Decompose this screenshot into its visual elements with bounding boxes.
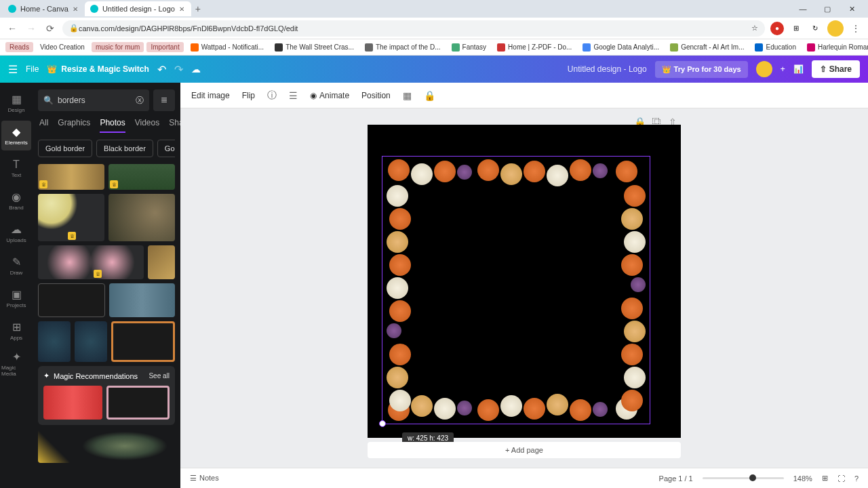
back-button[interactable]: ← (5, 22, 19, 35)
result-thumb[interactable]: ♕ (108, 164, 175, 190)
rail-text[interactable]: TText (1, 153, 31, 183)
browser-tab-active[interactable]: Untitled design - Logo ✕ (85, 1, 191, 16)
fullscreen-icon[interactable]: ⛶ (837, 474, 845, 483)
page-indicator[interactable]: Page 1 / 1 (659, 474, 693, 483)
resize-handle[interactable] (379, 420, 386, 427)
bookmark-item[interactable]: Gencraft - AI Art Im... (666, 42, 748, 53)
result-thumb[interactable] (106, 386, 170, 420)
avatar[interactable] (756, 61, 772, 77)
analytics-icon[interactable]: 📊 (793, 64, 804, 74)
forward-button[interactable]: → (24, 22, 38, 35)
bookmark-item[interactable]: Video Creation (36, 42, 89, 52)
extension-icon[interactable]: ● (770, 22, 784, 35)
bookmark-item[interactable]: music for mum (92, 42, 144, 52)
share-button[interactable]: ⇧Share (812, 60, 860, 78)
design-page[interactable] (368, 125, 681, 438)
rail-elements[interactable]: ◆Elements (1, 121, 31, 150)
history-icon[interactable]: ↻ (808, 22, 822, 35)
selected-element[interactable] (382, 156, 650, 424)
tab-photos[interactable]: Photos (100, 118, 125, 133)
bookmark-item[interactable]: Harlequin Romance... (803, 42, 868, 53)
close-window-button[interactable]: ✕ (844, 2, 860, 16)
try-pro-button[interactable]: 👑Try Pro for 30 days (655, 61, 748, 78)
menu-icon[interactable]: ⋮ (849, 22, 863, 35)
result-thumb[interactable] (108, 194, 175, 241)
rail-apps[interactable]: ⊞Apps (1, 316, 31, 346)
resize-button[interactable]: 👑Resize & Magic Switch (47, 64, 149, 74)
add-member-button[interactable]: + (781, 64, 785, 74)
result-thumb[interactable] (38, 321, 71, 362)
chip-gold-line[interactable]: Gold lin (157, 140, 175, 157)
info-icon[interactable]: ⓘ (267, 89, 277, 102)
profile-avatar[interactable] (827, 20, 844, 37)
redo-button[interactable]: ↷ (174, 63, 183, 76)
grid-view-icon[interactable]: ⊞ (822, 474, 828, 483)
result-thumb[interactable] (43, 386, 102, 420)
filter-button[interactable]: ≡ (153, 89, 175, 111)
bookmark-item[interactable]: Home | Z-PDF - Do... (493, 42, 576, 53)
bookmark-item[interactable]: Google Data Analyti... (578, 42, 663, 53)
result-thumb[interactable] (75, 429, 175, 463)
result-thumb[interactable] (111, 321, 175, 362)
see-all-link[interactable]: See all (149, 372, 170, 380)
rail-brand[interactable]: ◉Brand (1, 186, 31, 216)
result-thumb[interactable] (75, 321, 107, 362)
file-menu[interactable]: File (26, 64, 39, 74)
search-input[interactable]: 🔍 borders ⓧ (38, 89, 149, 111)
help-icon[interactable]: ? (854, 474, 859, 483)
list-icon[interactable]: ☰ (289, 90, 298, 101)
rail-draw[interactable]: ✎Draw (1, 251, 31, 281)
tab-all[interactable]: All (39, 118, 48, 133)
close-icon[interactable]: ✕ (179, 5, 186, 12)
flip-button[interactable]: Flip (242, 91, 255, 100)
result-thumb[interactable] (38, 429, 71, 463)
result-thumb[interactable] (38, 283, 105, 317)
rail-uploads[interactable]: ☁Uploads (1, 218, 31, 248)
result-thumb[interactable] (148, 245, 175, 279)
canvas-viewport[interactable]: 🔒 ⿻ ⇧ (180, 108, 868, 488)
close-icon[interactable]: ✕ (73, 5, 79, 12)
menu-button[interactable]: ☰ (8, 63, 18, 76)
lock-icon[interactable]: 🔒 (424, 90, 435, 101)
reload-button[interactable]: ⟳ (43, 22, 57, 35)
undo-button[interactable]: ↶ (157, 63, 166, 76)
zoom-level[interactable]: 148% (793, 474, 812, 483)
zoom-slider[interactable] (703, 477, 784, 479)
browser-tab[interactable]: Home - Canva ✕ (3, 1, 85, 16)
add-page-button[interactable]: + Add page (368, 442, 681, 458)
maximize-button[interactable]: ▢ (819, 2, 835, 16)
animate-button[interactable]: ◉Animate (310, 91, 349, 100)
bookmark-item[interactable]: Reads (5, 42, 33, 52)
rail-design[interactable]: ▦Design (1, 88, 31, 118)
bookmark-item[interactable]: The Wall Street Cras... (271, 42, 358, 53)
notes-button[interactable]: ☰Notes (190, 474, 219, 483)
minimize-button[interactable]: — (795, 2, 811, 16)
zoom-slider-thumb[interactable] (749, 474, 756, 481)
result-thumb[interactable]: ♕ (38, 164, 104, 190)
star-icon[interactable]: ☆ (751, 24, 758, 33)
tab-graphics[interactable]: Graphics (58, 118, 90, 133)
transparency-icon[interactable]: ▦ (403, 90, 412, 101)
rail-magic-media[interactable]: ✦Magic Media (1, 348, 31, 378)
projects-icon: ▣ (12, 288, 22, 301)
result-thumb[interactable]: ♕ (38, 194, 104, 241)
new-tab-button[interactable]: + (191, 2, 205, 16)
rail-projects[interactable]: ▣Projects (1, 283, 31, 313)
bookmark-item[interactable]: The impact of the D... (361, 42, 445, 53)
extension-icon[interactable]: ⊞ (789, 22, 803, 35)
chip-black-border[interactable]: Black border (96, 140, 153, 157)
bookmark-item[interactable]: Education (751, 42, 800, 53)
url-input[interactable]: 🔒 canva.com/design/DAGHPlR8bps/FnDl6Bwpn… (62, 20, 765, 37)
design-title[interactable]: Untitled design - Logo (568, 64, 647, 74)
bookmark-item[interactable]: Wattpad - Notificati... (186, 42, 268, 53)
edit-image-button[interactable]: Edit image (191, 91, 230, 100)
result-thumb[interactable]: ♕ (38, 245, 144, 279)
tab-videos[interactable]: Videos (135, 118, 159, 133)
result-thumb[interactable] (109, 283, 175, 317)
tab-shapes[interactable]: Shapes (169, 118, 180, 133)
position-button[interactable]: Position (361, 91, 391, 100)
chip-gold-border[interactable]: Gold border (38, 140, 92, 157)
clear-search-icon[interactable]: ⓧ (136, 95, 144, 106)
bookmark-item[interactable]: Fantasy (448, 42, 491, 53)
bookmark-item[interactable]: Important (146, 42, 183, 52)
